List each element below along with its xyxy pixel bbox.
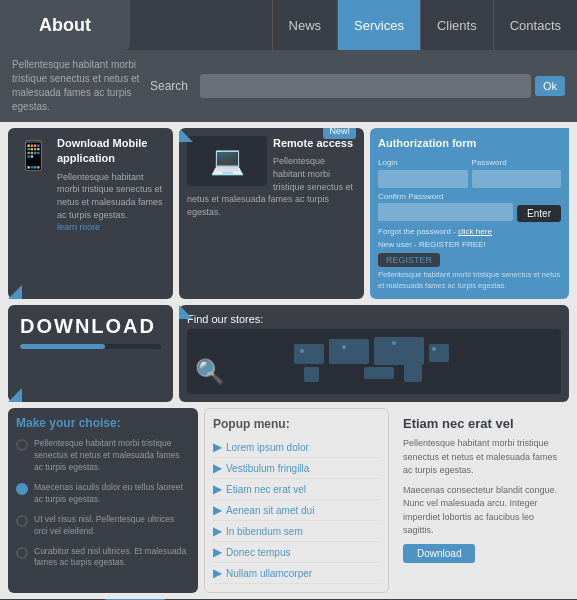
popup-arrow-icon-5: ▶ (213, 545, 222, 559)
search-input[interactable] (200, 74, 531, 98)
popup-arrow-icon-4: ▶ (213, 524, 222, 538)
content-row-3: Make your choise: Pellentesque habitant … (0, 408, 577, 599)
popup-item-1[interactable]: ▶Vestibulum fringilla (213, 458, 380, 479)
popup-link-0[interactable]: Lorem ipsum dolor (226, 442, 309, 453)
download-card-title: Download Mobile application (57, 136, 165, 167)
find-stores-card: Find our stores: (179, 305, 569, 402)
download-text: DOWNLOAD (20, 315, 161, 338)
nav-item-clients[interactable]: Clients (420, 0, 493, 50)
popup-item-0[interactable]: ▶Lorem ipsum dolor (213, 437, 380, 458)
new-user-text: New user - REGISTER FREE! (378, 240, 486, 249)
popup-link-6[interactable]: Nullam ullamcorper (226, 568, 312, 579)
popup-item-6[interactable]: ▶Nullam ullamcorper (213, 563, 380, 584)
svg-point-9 (392, 341, 396, 345)
choice-item-2[interactable]: Ut vel risus nisl. Pellentesque ultrices… (16, 514, 190, 538)
choice-radio-2[interactable] (16, 515, 28, 527)
svg-rect-2 (374, 337, 424, 365)
magnify-icon: 🔍 (195, 358, 225, 386)
popup-link-1[interactable]: Vestibulum fringilla (226, 463, 309, 474)
map-area: 🔍 (187, 329, 561, 394)
search-label: Search (150, 79, 188, 93)
svg-rect-1 (329, 339, 369, 364)
download-progress-fill (20, 344, 105, 349)
popup-link-4[interactable]: In bibendum sem (226, 526, 303, 537)
popup-link-2[interactable]: Etiam nec erat vel (226, 484, 306, 495)
login-input[interactable] (378, 170, 468, 188)
choice-item-3[interactable]: Curabitur sed nisl ultrices. Et malesuad… (16, 546, 190, 570)
new-badge: New! (323, 128, 356, 139)
svg-rect-4 (304, 367, 319, 382)
nav-items: NewsServicesClientsContacts (130, 0, 577, 50)
content-row-2: DOWNLOAD Find our stores: (0, 305, 577, 408)
confirm-label: Confirm Password (378, 191, 561, 202)
article-title: Etiam nec erat vel (403, 416, 561, 431)
enter-button[interactable]: Enter (517, 205, 561, 222)
laptop-icon: 💻 (187, 136, 267, 186)
forgot-text: Forgot the password - (378, 227, 456, 236)
choices-card: Make your choise: Pellentesque habitant … (8, 408, 198, 593)
choices-list: Pellentesque habitant morbi tristique se… (16, 438, 190, 569)
choices-title: Make your choise: (16, 416, 190, 430)
popup-arrow-icon-2: ▶ (213, 482, 222, 496)
password-input[interactable] (472, 170, 562, 188)
auth-disclaimer: Pellentesque habitant morbi tristique se… (378, 270, 561, 291)
popup-link-3[interactable]: Aenean sit amet dui (226, 505, 314, 516)
nav-brand[interactable]: About (0, 0, 130, 50)
popup-item-2[interactable]: ▶Etiam nec erat vel (213, 479, 380, 500)
auth-card: Authorization form Login Password Confir… (370, 128, 569, 299)
popup-link-5[interactable]: Donec tempus (226, 547, 290, 558)
forgot-link[interactable]: click here (458, 227, 492, 236)
content-row-1: 📱 Download Mobile application Pellentesq… (0, 122, 577, 305)
svg-rect-5 (364, 367, 394, 379)
password-label: Password (472, 157, 562, 168)
popup-title: Popup menu: (213, 417, 380, 431)
auth-links: Forgot the password - click here New use… (378, 226, 561, 252)
login-label: Login (378, 157, 468, 168)
download-card-body: Pellentesque habitant morbi tristique se… (57, 171, 165, 221)
popup-arrow-icon-6: ▶ (213, 566, 222, 580)
remote-access-card: New! 💻 Remote access Pellentesque habita… (179, 128, 364, 299)
download-button-card: DOWNLOAD (8, 305, 173, 402)
register-button[interactable]: REGISTER (378, 253, 440, 267)
stores-title: Find our stores: (187, 313, 561, 325)
popup-arrow-icon-0: ▶ (213, 440, 222, 454)
choice-item-1[interactable]: Maecenas iaculis dolor eu tellus laoreet… (16, 482, 190, 506)
nav-item-contacts[interactable]: Contacts (493, 0, 577, 50)
svg-point-10 (432, 347, 436, 351)
popup-arrow-icon-3: ▶ (213, 503, 222, 517)
popup-menu-card: Popup menu: ▶Lorem ipsum dolor▶Vestibulu… (204, 408, 389, 593)
svg-rect-3 (429, 344, 449, 362)
popup-arrow-icon-1: ▶ (213, 461, 222, 475)
popup-item-3[interactable]: ▶Aenean sit amet dui (213, 500, 380, 521)
map-svg (187, 329, 561, 394)
article-card: Etiam nec erat vel Pellentesque habitant… (395, 408, 569, 593)
svg-point-7 (300, 349, 304, 353)
confirm-input[interactable] (378, 203, 513, 221)
article-download-button[interactable]: Download (403, 544, 475, 563)
popup-item-5[interactable]: ▶Donec tempus (213, 542, 380, 563)
top-navigation: About NewsServicesClientsContacts (0, 0, 577, 50)
svg-point-8 (342, 345, 346, 349)
popup-list: ▶Lorem ipsum dolor▶Vestibulum fringilla▶… (213, 437, 380, 584)
choice-radio-3[interactable] (16, 547, 28, 559)
download-app-card: 📱 Download Mobile application Pellentesq… (8, 128, 173, 299)
popup-item-4[interactable]: ▶In bibendum sem (213, 521, 380, 542)
article-body-1: Pellentesque habitant morbi tristique se… (403, 437, 561, 478)
nav-item-services[interactable]: Services (337, 0, 420, 50)
svg-rect-6 (404, 364, 422, 382)
search-input-wrap: Ok (200, 74, 565, 98)
auth-title: Authorization form (378, 136, 561, 151)
phone-icon: 📱 (16, 136, 51, 175)
search-button[interactable]: Ok (535, 76, 565, 96)
nav-item-news[interactable]: News (272, 0, 338, 50)
choice-radio-0[interactable] (16, 439, 28, 451)
search-left-text: Pellentesque habitant morbi tristique se… (12, 58, 142, 114)
learn-more-link[interactable]: learn more (57, 221, 165, 234)
choice-text-1: Maecenas iaculis dolor eu tellus laoreet… (34, 482, 190, 506)
choice-radio-1[interactable] (16, 483, 28, 495)
svg-rect-0 (294, 344, 324, 364)
article-body-2: Maecenas consectetur blandit congue. Nun… (403, 484, 561, 538)
search-row: Pellentesque habitant morbi tristique se… (0, 50, 577, 122)
choice-text-2: Ut vel risus nisl. Pellentesque ultrices… (34, 514, 190, 538)
choice-item-0[interactable]: Pellentesque habitant morbi tristique se… (16, 438, 190, 474)
